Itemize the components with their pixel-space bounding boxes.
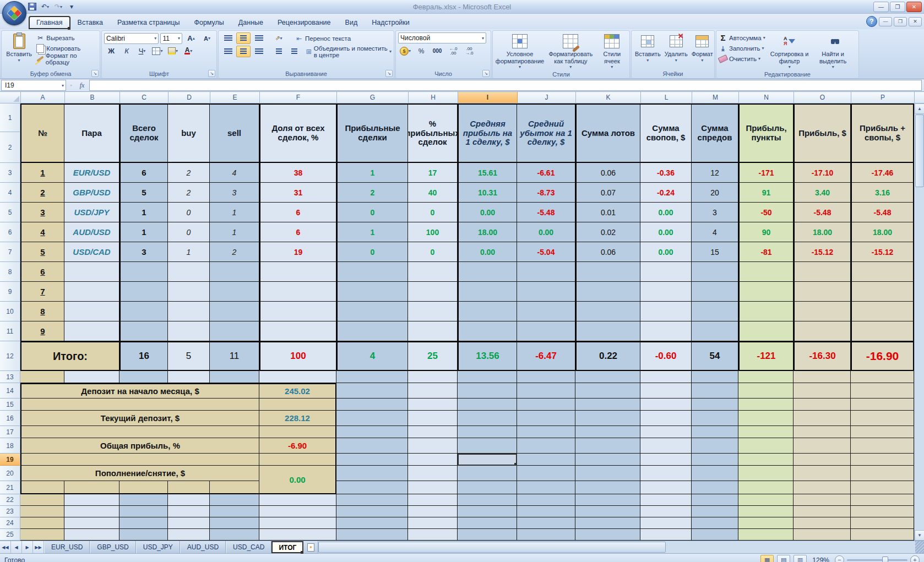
cell-K21[interactable]	[575, 481, 640, 494]
cell-H3[interactable]: 17	[408, 163, 458, 183]
cell-H16[interactable]	[408, 411, 458, 426]
fill-color-button[interactable]: ▾	[166, 45, 180, 57]
cell-L4[interactable]: -0.24	[640, 183, 692, 203]
cell-P9[interactable]	[851, 282, 914, 302]
bold-button[interactable]: Ж	[104, 45, 118, 57]
cell-N12[interactable]: -121	[738, 341, 793, 371]
header-cell-D[interactable]: buy	[168, 103, 210, 163]
cell-D5[interactable]: 0	[168, 203, 210, 222]
vertical-scroll-track[interactable]	[915, 188, 924, 530]
cell-H21[interactable]	[408, 481, 458, 494]
column-header-E[interactable]: E	[210, 92, 260, 103]
cell-K13[interactable]	[575, 371, 640, 383]
cell-E7[interactable]: 2	[210, 242, 259, 262]
cell-P5[interactable]: -5.48	[851, 203, 914, 222]
cell-B5[interactable]: USD/JPY	[64, 203, 119, 222]
cell-O22[interactable]	[793, 494, 851, 506]
cell-I10[interactable]	[458, 302, 517, 321]
cell-summary-label-14[interactable]: Депозит на начало месяца, $	[20, 383, 259, 399]
cell-I22[interactable]	[458, 494, 517, 506]
undo-button[interactable]: ↶▾	[40, 2, 51, 12]
cell-J3[interactable]: -6.61	[517, 163, 575, 183]
header-cell-C[interactable]: Всего сделок	[119, 103, 168, 163]
scroll-down-button[interactable]: ▼	[915, 530, 924, 541]
cell-M3[interactable]: 12	[692, 163, 738, 183]
delete-cells-button[interactable]: Удалить▾	[664, 32, 689, 63]
cell-E10[interactable]	[210, 302, 259, 321]
header-cell-H[interactable]: % прибыльных сделок	[408, 103, 458, 163]
cell-I3[interactable]: 15.61	[458, 163, 517, 183]
cell-P13[interactable]	[851, 371, 914, 383]
cell-L16[interactable]	[640, 411, 692, 426]
cell-summary-label-20[interactable]: Пополнение/снятие, $	[20, 466, 259, 481]
cell-L8[interactable]	[640, 262, 692, 282]
cell-H14[interactable]	[408, 383, 458, 399]
row-header-14[interactable]: 14	[0, 383, 20, 399]
sheet-tab-ИТОГ[interactable]: ИТОГ	[271, 541, 303, 553]
align-left-button[interactable]	[221, 46, 235, 57]
cell-M8[interactable]	[692, 262, 738, 282]
cell-K4[interactable]: 0.07	[575, 183, 640, 203]
cell-M23[interactable]	[692, 506, 738, 517]
column-header-M[interactable]: M	[692, 92, 739, 103]
cell-C21[interactable]	[119, 481, 168, 494]
format-as-table-button[interactable]: Форматировать как таблицу▾	[546, 32, 595, 70]
cell-C4[interactable]: 5	[119, 183, 168, 203]
cell-E25[interactable]	[210, 529, 259, 541]
cell-J7[interactable]: -5.04	[517, 242, 575, 262]
cell-P16[interactable]	[851, 411, 914, 426]
font-name-select[interactable]: Calibri▾	[104, 33, 159, 44]
cell-K25[interactable]	[575, 529, 640, 541]
cell-F18[interactable]: -6.90	[259, 438, 336, 454]
find-select-button[interactable]: Найти и выделить▾	[814, 32, 852, 70]
row-header-6[interactable]: 6	[0, 222, 20, 242]
cell-B3[interactable]: EUR/USD	[64, 163, 119, 183]
cell-F23[interactable]	[259, 506, 336, 517]
cell-E21[interactable]	[210, 481, 259, 494]
cell-D4[interactable]: 2	[168, 183, 210, 203]
cell-O20[interactable]	[793, 466, 851, 481]
cell-F14[interactable]: 245.02	[259, 383, 336, 399]
cell-O10[interactable]	[793, 302, 851, 321]
cell-M19[interactable]	[692, 454, 738, 466]
cell-H15[interactable]	[408, 399, 458, 411]
cell-E11[interactable]	[210, 321, 259, 341]
cell-J19[interactable]	[517, 454, 575, 466]
cell-J25[interactable]	[517, 529, 575, 541]
help-button[interactable]: ?	[866, 16, 877, 27]
cell-O12[interactable]: -16.30	[793, 341, 851, 371]
cell-L17[interactable]	[640, 426, 692, 438]
cell-L19[interactable]	[640, 454, 692, 466]
cell-A5[interactable]: 3	[20, 203, 64, 222]
sheet-tab-USD_JPY[interactable]: USD_JPY	[136, 541, 180, 553]
ribbon-tab-3[interactable]: Формулы	[187, 17, 231, 29]
vertical-scroll-thumb[interactable]	[915, 114, 924, 187]
cell-F4[interactable]: 31	[259, 183, 336, 203]
row-header-17[interactable]: 17	[0, 426, 20, 438]
align-middle-button[interactable]	[236, 32, 251, 44]
cell-G21[interactable]	[336, 481, 408, 494]
cell-F10[interactable]	[259, 302, 336, 321]
cell-H18[interactable]	[408, 438, 458, 454]
header-cell-N[interactable]: Прибыль, пункты	[738, 103, 793, 163]
cell-J16[interactable]	[517, 411, 575, 426]
cell-J14[interactable]	[517, 383, 575, 399]
cell-D25[interactable]	[168, 529, 210, 541]
cell-E3[interactable]: 4	[210, 163, 259, 183]
cell-B6[interactable]: AUD/USD	[64, 222, 119, 242]
cell-A4[interactable]: 2	[20, 183, 64, 203]
cell-N23[interactable]	[738, 506, 793, 517]
cell-A8[interactable]: 6	[20, 262, 64, 282]
cell-J17[interactable]	[517, 426, 575, 438]
ribbon-tab-7[interactable]: Надстройки	[365, 17, 417, 29]
cell-P7[interactable]: -15.12	[851, 242, 914, 262]
cell-E24[interactable]	[210, 517, 259, 529]
vertical-scrollbar[interactable]: ▲ ▼	[914, 103, 924, 541]
increase-decimal-button[interactable]: ←.0.00	[446, 45, 460, 57]
cell-M15[interactable]	[692, 399, 738, 411]
cell-A7[interactable]: 5	[20, 242, 64, 262]
cell-B13[interactable]	[64, 371, 119, 383]
cell-K11[interactable]	[575, 321, 640, 341]
name-box[interactable]: I19▾	[1, 80, 66, 91]
increase-indent-button[interactable]	[287, 46, 301, 57]
